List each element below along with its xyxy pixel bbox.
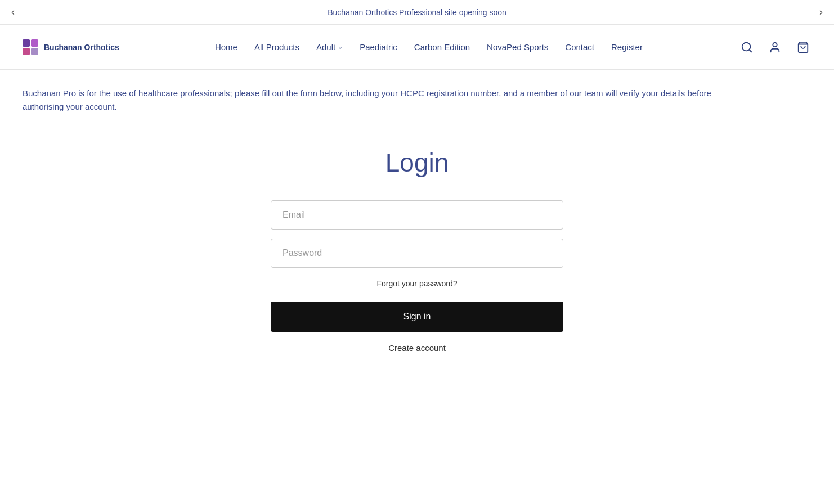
search-icon — [741, 41, 753, 53]
email-group — [271, 200, 563, 230]
cart-button[interactable] — [795, 39, 811, 56]
nav-item-novapped-sports[interactable]: NovaPed Sports — [487, 42, 548, 52]
logo-sq-1 — [23, 39, 30, 47]
main-content: Buchanan Pro is for the use of healthcar… — [0, 70, 834, 370]
announcement-prev-button[interactable]: ‹ — [6, 3, 20, 21]
main-nav: Home All Products Adult ⌄ Paediatric Car… — [215, 42, 643, 52]
header-actions — [738, 39, 811, 56]
search-button[interactable] — [738, 39, 755, 56]
cart-icon — [797, 41, 809, 53]
nav-item-all-products[interactable]: All Products — [254, 42, 299, 52]
account-button[interactable] — [766, 39, 783, 56]
login-title: Login — [385, 147, 449, 178]
header: Buchanan Orthotics Home All Products Adu… — [0, 25, 834, 70]
password-input[interactable] — [271, 238, 563, 268]
nav-item-register[interactable]: Register — [611, 42, 643, 52]
logo-sq-3 — [23, 48, 30, 55]
logo[interactable]: Buchanan Orthotics — [23, 39, 119, 55]
nav-item-contact[interactable]: Contact — [565, 42, 594, 52]
announcement-bar: ‹ Buchanan Orthotics Professional site o… — [0, 0, 834, 25]
nav-item-home[interactable]: Home — [215, 42, 237, 52]
password-group — [271, 238, 563, 268]
forgot-password-link[interactable]: Forgot your password? — [376, 279, 457, 288]
sign-in-button[interactable]: Sign in — [271, 302, 563, 332]
nav-item-paediatric[interactable]: Paediatric — [360, 42, 397, 52]
login-container: Login Forgot your password? Sign in Crea… — [23, 147, 811, 353]
logo-sq-2 — [31, 39, 38, 47]
svg-point-2 — [773, 42, 777, 46]
account-icon — [769, 41, 781, 53]
adult-chevron-icon: ⌄ — [338, 43, 343, 51]
logo-squares — [23, 39, 38, 55]
announcement-next-button[interactable]: › — [814, 3, 828, 21]
create-account-link[interactable]: Create account — [388, 343, 446, 353]
nav-item-adult[interactable]: Adult ⌄ — [316, 42, 343, 52]
svg-line-1 — [749, 50, 751, 52]
logo-text: Buchanan Orthotics — [44, 43, 119, 52]
notice-text: Buchanan Pro is for the use of healthcar… — [23, 87, 754, 114]
nav-item-carbon-edition[interactable]: Carbon Edition — [414, 42, 470, 52]
logo-sq-4 — [31, 48, 38, 55]
email-input[interactable] — [271, 200, 563, 230]
announcement-text: Buchanan Orthotics Professional site ope… — [328, 8, 506, 17]
